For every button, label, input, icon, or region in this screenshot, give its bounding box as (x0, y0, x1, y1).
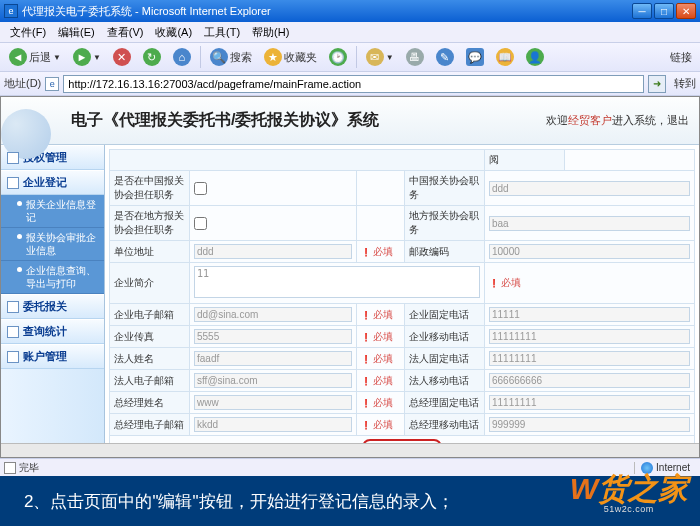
forward-button[interactable]: ►▼ (68, 45, 106, 69)
search-button[interactable]: 🔍搜索 (205, 45, 257, 69)
tutorial-annotation: 2、点击页面中的"编辑"按钮，开始进行登记信息的录入； W货之家 51w2c.c… (0, 476, 700, 526)
links-label: 链接 (670, 50, 692, 65)
menu-favorites[interactable]: 收藏(A) (151, 23, 196, 42)
required-badge: 必填 (361, 309, 393, 320)
local-assoc-checkbox[interactable] (194, 217, 207, 230)
blank-col-label: 阅 (485, 150, 565, 171)
cn-assoc-label: 是否在中国报关协会担任职务 (110, 171, 190, 206)
gm-email-input[interactable] (194, 417, 352, 432)
page-header: 电子《代理报关委托书/委托报关协议》系统 欢迎经贸客户进入系统，退出 (1, 97, 699, 145)
menu-help[interactable]: 帮助(H) (248, 23, 293, 42)
print-button[interactable]: 🖶 (401, 45, 429, 69)
gm-name-label: 总经理姓名 (110, 392, 190, 414)
required-badge: 必填 (361, 397, 393, 408)
mobtel-label: 企业移动电话 (405, 326, 485, 348)
doc-icon (7, 177, 19, 189)
addr-input[interactable] (194, 244, 352, 259)
menu-tools[interactable]: 工具(T) (200, 23, 244, 42)
sidebar-sub-assoc-approve[interactable]: 报关协会审批企业信息 (1, 228, 104, 261)
gm-mobtel-input[interactable] (489, 417, 690, 432)
discuss-button[interactable]: 💬 (461, 45, 489, 69)
legal-name-input[interactable] (194, 351, 352, 366)
addr-label: 单位地址 (110, 241, 190, 263)
menu-view[interactable]: 查看(V) (103, 23, 148, 42)
legal-mobtel-input[interactable] (489, 373, 690, 388)
required-badge: 必填 (489, 277, 521, 288)
home-button[interactable]: ⌂ (168, 45, 196, 69)
fax-label: 企业传真 (110, 326, 190, 348)
form-panel: 阅 是否在中国报关协会担任职务 中国报关协会职务 是否在地方报关协会担任职务 地… (105, 145, 699, 458)
email-label: 企业电子邮箱 (110, 304, 190, 326)
menu-edit[interactable]: 编辑(E) (54, 23, 99, 42)
mail-button[interactable]: ✉▼ (361, 45, 399, 69)
local-assoc-pos-input[interactable] (489, 216, 690, 231)
page-icon: e (45, 77, 59, 91)
profile-label: 企业简介 (110, 263, 190, 304)
fixtel-label: 企业固定电话 (405, 304, 485, 326)
browser-viewport: 电子《代理报关委托书/委托报关协议》系统 欢迎经贸客户进入系统，退出 授权管理 … (0, 96, 700, 458)
doc-icon (7, 152, 19, 164)
required-badge: 必填 (361, 375, 393, 386)
postcode-input[interactable] (489, 244, 690, 259)
doc-icon (7, 351, 19, 363)
close-button[interactable]: ✕ (676, 3, 696, 19)
messenger-button[interactable]: 👤 (521, 45, 549, 69)
sidebar: 授权管理 企业登记 报关企业信息登记 报关协会审批企业信息 企业信息查询、导出与… (1, 145, 105, 458)
address-bar: 地址(D) e ➜ 转到 (0, 72, 700, 96)
cn-assoc-pos-label: 中国报关协会职务 (405, 171, 485, 206)
toolbar: ◄后退▼ ►▼ ✕ ↻ ⌂ 🔍搜索 ★收藏夹 🕑 ✉▼ 🖶 ✎ 💬 📖 👤 链接 (0, 42, 700, 72)
mobtel-input[interactable] (489, 329, 690, 344)
stop-button[interactable]: ✕ (108, 45, 136, 69)
back-button[interactable]: ◄后退▼ (4, 45, 66, 69)
sidebar-sub-export-print[interactable]: 企业信息查询、导出与打印 (1, 261, 104, 294)
fixtel-input[interactable] (489, 307, 690, 322)
status-text: 完毕 (19, 461, 39, 475)
go-button[interactable]: ➜ (648, 75, 666, 93)
postcode-label: 邮政编码 (405, 241, 485, 263)
sidebar-item-account[interactable]: 账户管理 (1, 344, 104, 369)
separator (356, 46, 357, 68)
required-badge: 必填 (361, 419, 393, 430)
address-input[interactable] (63, 75, 644, 93)
research-button[interactable]: 📖 (491, 45, 519, 69)
horizontal-scrollbar[interactable] (1, 443, 699, 457)
edit-button[interactable]: ✎ (431, 45, 459, 69)
cn-assoc-checkbox[interactable] (194, 182, 207, 195)
gm-name-input[interactable] (194, 395, 352, 410)
doc-icon (7, 326, 19, 338)
window-title: 代理报关电子委托系统 - Microsoft Internet Explorer (22, 4, 271, 19)
sidebar-sub-enterprise-reg[interactable]: 报关企业信息登记 (1, 195, 104, 228)
gm-email-label: 总经理电子邮箱 (110, 414, 190, 436)
gm-fixtel-input[interactable] (489, 395, 690, 410)
address-label: 地址(D) (4, 76, 41, 91)
fax-input[interactable] (194, 329, 352, 344)
local-assoc-label: 是否在地方报关协会担任职务 (110, 206, 190, 241)
menu-file[interactable]: 文件(F) (6, 23, 50, 42)
required-badge: 必填 (361, 353, 393, 364)
favorites-button[interactable]: ★收藏夹 (259, 45, 322, 69)
sidebar-item-query[interactable]: 查询统计 (1, 319, 104, 344)
legal-fixtel-input[interactable] (489, 351, 690, 366)
profile-input[interactable]: 11 (194, 266, 480, 298)
refresh-button[interactable]: ↻ (138, 45, 166, 69)
menu-bar: 文件(F) 编辑(E) 查看(V) 收藏(A) 工具(T) 帮助(H) (0, 22, 700, 42)
sidebar-item-register[interactable]: 企业登记 (1, 170, 104, 195)
legal-email-label: 法人电子邮箱 (110, 370, 190, 392)
gm-fixtel-label: 总经理固定电话 (405, 392, 485, 414)
separator (200, 46, 201, 68)
local-assoc-pos-label: 地方报关协会职务 (405, 206, 485, 241)
page-done-icon (4, 462, 16, 474)
window-controls: ─ □ ✕ (632, 3, 696, 19)
minimize-button[interactable]: ─ (632, 3, 652, 19)
required-badge: 必填 (361, 331, 393, 342)
legal-mobtel-label: 法人移动电话 (405, 370, 485, 392)
email-input[interactable] (194, 307, 352, 322)
app-icon: e (4, 4, 18, 18)
window-titlebar: e 代理报关电子委托系统 - Microsoft Internet Explor… (0, 0, 700, 22)
history-button[interactable]: 🕑 (324, 45, 352, 69)
legal-email-input[interactable] (194, 373, 352, 388)
sidebar-item-entrust[interactable]: 委托报关 (1, 294, 104, 319)
cn-assoc-pos-input[interactable] (489, 181, 690, 196)
maximize-button[interactable]: □ (654, 3, 674, 19)
doc-icon (7, 301, 19, 313)
